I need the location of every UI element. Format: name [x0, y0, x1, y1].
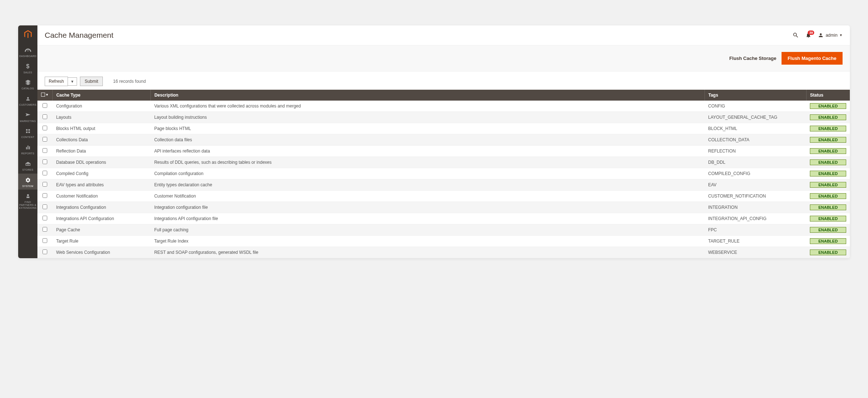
sidebar-item-find-partners-extensions[interactable]: FIND PARTNERS & EXTENSIONS [18, 190, 37, 211]
row-checkbox[interactable] [43, 216, 47, 220]
header-actions: 39 admin ▼ [792, 32, 843, 38]
checkbox-icon [41, 93, 45, 97]
notifications-button[interactable]: 39 [806, 32, 811, 38]
refresh-button[interactable]: Refresh [45, 77, 68, 86]
table-row: Compiled ConfigCompilation configuration… [37, 168, 850, 179]
status-badge: ENABLED [810, 216, 846, 222]
cell-description: Collection data files [150, 134, 705, 146]
row-checkbox[interactable] [43, 126, 47, 130]
cell-description: REST and SOAP configurations, generated … [150, 247, 705, 258]
table-row: Page CacheFull page cachingFPCENABLED [37, 224, 850, 236]
sidebar-item-stores[interactable]: STORES [18, 157, 37, 174]
cell-description: Compilation configuration [150, 168, 705, 179]
cell-cache-type: Configuration [52, 101, 150, 112]
cell-cache-type: Collections Data [52, 134, 150, 146]
cell-tags: TARGET_RULE [705, 236, 806, 247]
sidebar-item-marketing[interactable]: MARKETING [18, 109, 37, 125]
row-checkbox[interactable] [43, 103, 47, 108]
sidebar-item-reports[interactable]: REPORTS [18, 141, 37, 157]
sidebar-icon [25, 95, 31, 102]
cell-tags: COLLECTION_DATA [705, 134, 806, 146]
cell-description: Various XML configurations that were col… [150, 101, 705, 112]
refresh-dropdown-arrow[interactable]: ▼ [68, 77, 77, 86]
row-checkbox[interactable] [43, 193, 47, 198]
cache-table: ▼ Cache Type Description Tags Status Con… [37, 90, 850, 258]
sidebar-icon [25, 46, 31, 54]
status-badge: ENABLED [810, 159, 846, 165]
chevron-down-icon: ▼ [45, 93, 49, 97]
cell-tags: LAYOUT_GENERAL_CACHE_TAG [705, 112, 806, 123]
cell-tags: REFLECTION [705, 146, 806, 157]
sidebar-item-content[interactable]: CONTENT [18, 125, 37, 141]
svg-rect-6 [29, 146, 29, 149]
status-badge: ENABLED [810, 227, 846, 233]
table-row: Target RuleTarget Rule IndexTARGET_RULEE… [37, 236, 850, 247]
table-row: LayoutsLayout building instructionsLAYOU… [37, 112, 850, 123]
flush-cache-storage-button[interactable]: Flush Cache Storage [729, 52, 776, 65]
cell-description: Layout building instructions [150, 112, 705, 123]
col-status[interactable]: Status [806, 90, 850, 101]
cell-tags: WEBSERVICE [705, 247, 806, 258]
col-tags[interactable]: Tags [705, 90, 806, 101]
row-checkbox[interactable] [43, 114, 47, 119]
app-window: DASHBOARD$SALESCATALOGCUSTOMERSMARKETING… [18, 25, 850, 258]
col-cache-type[interactable]: Cache Type [52, 90, 150, 101]
status-badge: ENABLED [810, 238, 846, 244]
table-row: Web Services ConfigurationREST and SOAP … [37, 247, 850, 258]
svg-rect-0 [26, 129, 27, 131]
user-menu[interactable]: admin ▼ [818, 32, 843, 38]
table-row: Reflection DataAPI interfaces reflection… [37, 146, 850, 157]
cell-description: Integrations API configuration file [150, 213, 705, 224]
sidebar-item-label: DASHBOARD [19, 55, 37, 58]
cell-cache-type: Page Cache [52, 224, 150, 236]
search-button[interactable] [792, 32, 799, 38]
col-select-all[interactable]: ▼ [37, 90, 52, 101]
svg-rect-2 [26, 132, 27, 133]
col-description[interactable]: Description [150, 90, 705, 101]
row-checkbox[interactable] [43, 249, 47, 254]
row-checkbox[interactable] [43, 227, 47, 232]
svg-rect-1 [28, 129, 30, 131]
status-badge: ENABLED [810, 103, 846, 109]
status-badge: ENABLED [810, 148, 846, 154]
table-row: ConfigurationVarious XML configurations … [37, 101, 850, 112]
table-row: EAV types and attributesEntity types dec… [37, 179, 850, 191]
sidebar-item-label: STORES [21, 168, 34, 171]
svg-rect-5 [27, 146, 28, 150]
sidebar: DASHBOARD$SALESCATALOGCUSTOMERSMARKETING… [18, 25, 37, 258]
sidebar-item-sales[interactable]: $SALES [18, 60, 37, 76]
table-row: Database DDL operationsResults of DDL qu… [37, 157, 850, 168]
table-row: Customer NotificationCustomer Notificati… [37, 191, 850, 202]
records-count: 16 records found [113, 79, 146, 84]
row-checkbox[interactable] [43, 148, 47, 153]
magento-logo[interactable] [18, 25, 37, 44]
cell-description: Results of DDL queries, such as describi… [150, 157, 705, 168]
row-checkbox[interactable] [43, 182, 47, 187]
row-checkbox[interactable] [43, 204, 47, 209]
sidebar-item-dashboard[interactable]: DASHBOARD [18, 44, 37, 60]
flush-magento-cache-button[interactable]: Flush Magento Cache [782, 52, 843, 65]
sidebar-icon [25, 79, 31, 86]
status-badge: ENABLED [810, 204, 846, 210]
cell-cache-type: Database DDL operations [52, 157, 150, 168]
row-checkbox[interactable] [43, 171, 47, 175]
submit-button[interactable]: Submit [80, 77, 103, 86]
cell-tags: FPC [705, 224, 806, 236]
sidebar-icon [25, 144, 31, 151]
cell-tags: INTEGRATION [705, 202, 806, 213]
row-checkbox[interactable] [43, 238, 47, 243]
sidebar-item-customers[interactable]: CUSTOMERS [18, 92, 37, 109]
cell-description: Target Rule Index [150, 236, 705, 247]
grid-toolbar: Refresh ▼ Submit 16 records found [37, 72, 850, 90]
row-checkbox[interactable] [43, 159, 47, 164]
row-checkbox[interactable] [43, 137, 47, 142]
cell-cache-type: Blocks HTML output [52, 123, 150, 134]
cell-cache-type: Customer Notification [52, 191, 150, 202]
sidebar-item-label: SALES [23, 71, 33, 74]
sidebar-item-catalog[interactable]: CATALOG [18, 76, 37, 92]
sidebar-item-system[interactable]: SYSTEM [18, 174, 37, 190]
sidebar-icon: $ [26, 63, 29, 70]
cell-cache-type: Compiled Config [52, 168, 150, 179]
status-badge: ENABLED [810, 114, 846, 120]
user-icon [818, 32, 824, 38]
